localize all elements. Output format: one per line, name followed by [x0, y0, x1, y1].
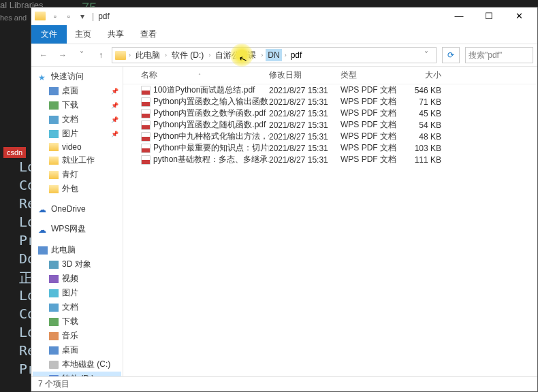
download-icon: [49, 101, 59, 110]
chevron-right-icon[interactable]: ›: [163, 52, 168, 59]
col-name[interactable]: 名称˄: [140, 69, 269, 81]
tree-pictures[interactable]: 图片📌: [33, 127, 121, 141]
file-type: WPS PDF 文档: [341, 131, 402, 142]
file-name: Python内置函数之输入输出函数.pdf: [153, 96, 269, 108]
file-name: python基础教程：多态、多继承、函数...: [153, 154, 269, 165]
breadcrumb-segment[interactable]: 软件 (D:): [170, 48, 206, 63]
tree-label: 图片: [62, 128, 78, 140]
pin-icon: 📌: [111, 102, 118, 109]
tree-wb[interactable]: 外包: [33, 182, 121, 196]
qat-button[interactable]: ▫: [50, 11, 61, 22]
close-button[interactable]: ✕: [504, 7, 534, 24]
file-name: Python中九种格式化输出方法，你都知...: [153, 131, 269, 142]
minimize-button[interactable]: —: [444, 7, 474, 24]
status-bar: 7 个项目: [31, 376, 537, 391]
tree-label: 3D 对象: [62, 259, 91, 270]
file-row[interactable]: 100道Python面试题总结.pdf2021/8/27 15:31WPS PD…: [123, 84, 537, 96]
file-size: 546 KB: [402, 86, 449, 95]
file-date: 2021/8/27 15:31: [269, 120, 341, 130]
window-title: pdf: [98, 12, 444, 21]
tree-label: video: [62, 142, 82, 152]
file-row[interactable]: Python内置函数之随机函数.pdf2021/8/27 15:31WPS PD…: [123, 119, 537, 131]
tree-video2[interactable]: 视频: [33, 272, 121, 286]
col-date[interactable]: 修改日期: [269, 69, 341, 81]
share-tab[interactable]: 共享: [99, 25, 132, 44]
tree-music[interactable]: 音乐: [33, 329, 121, 343]
file-size: 103 KB: [402, 144, 449, 153]
folder-icon: [35, 12, 46, 20]
tree-work[interactable]: 就业工作: [33, 153, 121, 167]
view-tab[interactable]: 查看: [132, 25, 165, 44]
tree-this-pc[interactable]: 此电脑: [33, 243, 121, 257]
file-row[interactable]: Python内置函数之输入输出函数.pdf2021/8/27 15:31WPS …: [123, 96, 537, 108]
file-row[interactable]: Python中九种格式化输出方法，你都知...2021/8/27 15:31WP…: [123, 131, 537, 142]
qat-button[interactable]: ▫: [63, 11, 74, 22]
tree-downloads2[interactable]: 下载: [33, 314, 121, 329]
tree-video[interactable]: video: [33, 141, 121, 153]
tree-documents[interactable]: 文档📌: [33, 112, 121, 127]
tree-quick-access[interactable]: ★快速访问: [33, 69, 121, 84]
item-count: 7 个项目: [38, 378, 69, 390]
pin-icon: 📌: [111, 116, 118, 123]
file-date: 2021/8/27 15:31: [269, 144, 341, 153]
chevron-right-icon[interactable]: ›: [259, 52, 264, 59]
address-dropdown[interactable]: ˅: [420, 50, 433, 60]
navigation-tree[interactable]: ★快速访问 桌面📌 下载📌 文档📌 图片📌 video 就业工作 青灯 外包 ☁…: [31, 67, 123, 376]
recent-button[interactable]: ˅: [74, 47, 90, 63]
tree-desktop2[interactable]: 桌面: [33, 343, 121, 357]
pdf-icon: [141, 97, 151, 107]
file-tab[interactable]: 文件: [31, 25, 67, 44]
desktop-icon: [49, 346, 59, 355]
qat-down-icon[interactable]: ▾: [77, 11, 88, 22]
title-bar[interactable]: ▫ ▫ ▾ | pdf — ☐ ✕: [31, 7, 537, 24]
home-tab[interactable]: 主页: [67, 25, 99, 44]
file-name: 100道Python面试题总结.pdf: [153, 84, 255, 96]
document-icon: [49, 116, 59, 124]
tree-ddrive[interactable]: 软件 (D:): [33, 372, 121, 376]
address-bar[interactable]: › 此电脑 › 软件 (D:) › 自游公开课 › DN › ↖ ˅: [112, 47, 437, 63]
file-type: WPS PDF 文档: [341, 154, 402, 165]
file-name: Python中最重要的知识点：切片的操作,...: [153, 142, 269, 154]
chevron-right-icon[interactable]: ›: [207, 52, 212, 59]
tree-wps[interactable]: ☁WPS网盘: [33, 222, 121, 236]
tree-desktop[interactable]: 桌面📌: [33, 84, 121, 98]
tree-label: 此电脑: [51, 244, 76, 256]
chevron-right-icon[interactable]: ›: [127, 52, 132, 59]
up-button[interactable]: ↑: [93, 47, 109, 63]
tree-label: WPS网盘: [51, 223, 86, 235]
tree-label: 青灯: [62, 169, 78, 180]
back-button[interactable]: ←: [35, 47, 52, 63]
tree-documents2[interactable]: 文档: [33, 300, 121, 314]
address-input[interactable]: [289, 49, 418, 61]
tree-label: 下载: [62, 316, 78, 327]
search-input[interactable]: 搜索"pdf": [465, 47, 533, 63]
tree-label: 文档: [62, 114, 78, 125]
col-size[interactable]: 大小: [402, 69, 449, 81]
col-type[interactable]: 类型: [341, 69, 402, 81]
title-separator: |: [92, 12, 94, 21]
tree-3d[interactable]: 3D 对象: [33, 257, 121, 272]
folder-icon: [115, 51, 126, 60]
file-type: WPS PDF 文档: [341, 142, 402, 154]
breadcrumb-segment[interactable]: 此电脑: [133, 48, 162, 63]
refresh-button[interactable]: ⟳: [442, 47, 460, 63]
tree-downloads[interactable]: 下载📌: [33, 98, 121, 112]
file-date: 2021/8/27 15:31: [269, 155, 341, 165]
forward-button[interactable]: →: [54, 47, 71, 63]
pin-icon: 📌: [111, 88, 118, 95]
tree-onedrive[interactable]: ☁OneDrive: [33, 203, 121, 215]
maximize-button[interactable]: ☐: [474, 7, 504, 24]
tree-cdrive[interactable]: 本地磁盘 (C:): [33, 357, 121, 372]
breadcrumb-segment-highlight[interactable]: DN: [266, 49, 281, 61]
chevron-right-icon[interactable]: ›: [283, 52, 288, 59]
file-row[interactable]: Python中最重要的知识点：切片的操作,...2021/8/27 15:31W…: [123, 142, 537, 154]
tree-qd[interactable]: 青灯: [33, 167, 121, 182]
tree-pictures2[interactable]: 图片: [33, 286, 121, 300]
document-icon: [49, 304, 59, 312]
video-icon: [49, 275, 59, 283]
3d-icon: [49, 261, 59, 269]
file-explorer-window: ▫ ▫ ▾ | pdf — ☐ ✕ 文件 主页 共享 查看 ← → ˅ ↑ › …: [31, 7, 538, 392]
file-row[interactable]: python基础教程：多态、多继承、函数...2021/8/27 15:31WP…: [123, 154, 537, 165]
file-row[interactable]: Python内置函数之数学函数.pdf2021/8/27 15:31WPS PD…: [123, 108, 537, 119]
file-date: 2021/8/27 15:31: [269, 86, 341, 95]
